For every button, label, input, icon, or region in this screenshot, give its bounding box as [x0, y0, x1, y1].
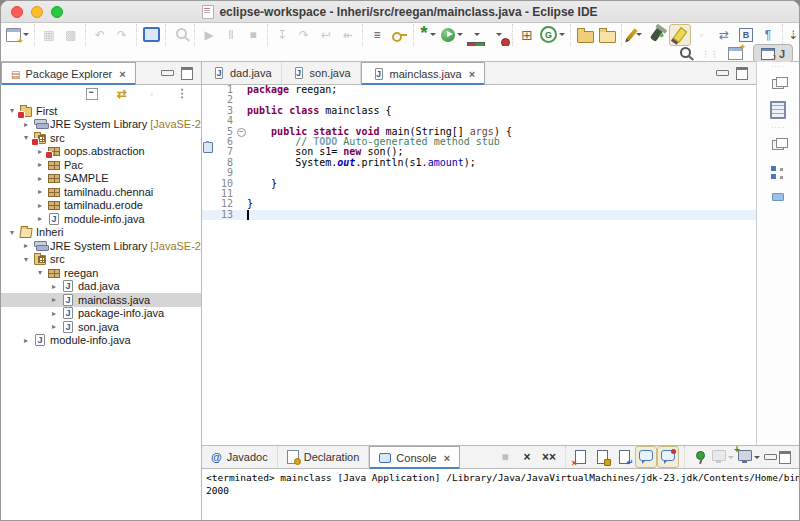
tree-item-tamilnadu-chennai[interactable]: ▸tamilnadu.chennai — [1, 185, 201, 199]
tree-expand-arrow-icon[interactable]: ▸ — [49, 322, 59, 331]
drag-handle[interactable]: ···· — [771, 125, 786, 130]
tab-javadoc[interactable]: @Javadoc — [202, 446, 278, 468]
remove-all-launches-button[interactable]: ×× — [538, 446, 560, 468]
perspective-java-button[interactable]: J — [753, 44, 793, 63]
open-console-button[interactable] — [736, 446, 762, 468]
tree-item-oops-abstraction[interactable]: ▸oops.abstraction — [1, 145, 201, 159]
tree-item-module-info-java[interactable]: ▸Jmodule-info.java — [1, 212, 201, 226]
collapse-fold-icon[interactable]: − — [237, 128, 246, 137]
next-annotation-button[interactable]: ⇣ — [786, 24, 799, 46]
tree-expand-arrow-icon[interactable]: ▸ — [35, 214, 45, 223]
dropdown-arrow-icon[interactable] — [754, 456, 760, 459]
tree-item-son-java[interactable]: ▸Json.java — [1, 320, 201, 334]
dropdown-arrow-icon[interactable] — [474, 33, 480, 36]
tree-item-src[interactable]: ▾src — [1, 131, 201, 145]
tree-expand-arrow-icon[interactable]: ▸ — [21, 241, 31, 250]
scroll-lock-button[interactable] — [591, 446, 613, 468]
task-list-icon[interactable] — [767, 99, 789, 121]
external-tools-button[interactable] — [388, 24, 410, 46]
run-button[interactable] — [439, 24, 465, 46]
show-stderr-button[interactable] — [657, 446, 679, 468]
new-java-class-button[interactable]: G — [538, 24, 567, 46]
tree-expand-arrow-icon[interactable]: ▾ — [35, 268, 45, 277]
minimize-window-button[interactable] — [31, 6, 43, 18]
tree-item-src[interactable]: ▾src — [1, 253, 201, 267]
tree-expand-arrow-icon[interactable]: ▾ — [21, 255, 31, 264]
tree-expand-arrow-icon[interactable]: ▸ — [49, 295, 59, 304]
console-view[interactable]: <terminated> mainclass [Java Application… — [202, 469, 799, 520]
tree-expand-arrow-icon[interactable]: ▾ — [7, 228, 17, 237]
tab-console[interactable]: Console× — [369, 446, 460, 469]
remove-launch-button[interactable]: × — [516, 446, 538, 468]
tree-item-jre-system-library[interactable]: ▸JRE System Library[JavaSE-23] — [1, 239, 201, 253]
fold-column[interactable]: − — [236, 126, 247, 137]
maximize-bottom-panel-button[interactable] — [779, 451, 791, 464]
link-with-editor-view-button[interactable]: ⇄ — [111, 83, 133, 105]
dropdown-arrow-icon[interactable] — [728, 456, 734, 459]
coverage-button[interactable] — [465, 24, 487, 46]
tree-expand-arrow-icon[interactable]: ▸ — [49, 282, 59, 291]
tree-item-module-info-java[interactable]: ▸Jmodule-info.java — [1, 334, 201, 348]
console-view-button[interactable] — [140, 24, 162, 46]
tree-item-reegan[interactable]: ▾reegan — [1, 266, 201, 280]
tab-mainclass-java[interactable]: Jmainclass.java× — [361, 62, 486, 85]
collapse-all-button[interactable] — [81, 83, 103, 105]
outline-icon[interactable] — [767, 160, 789, 182]
tree-item-dad-java[interactable]: ▸Jdad.java — [1, 280, 201, 294]
tree-item-tamilnadu-erode[interactable]: ▸tamilnadu.erode — [1, 199, 201, 213]
search-icon[interactable] — [673, 43, 695, 65]
open-perspective-button[interactable] — [725, 43, 747, 65]
tab-dad-java[interactable]: Jdad.java — [202, 62, 282, 84]
external-annotate-button[interactable] — [625, 24, 647, 46]
tree-expand-arrow-icon[interactable]: ▸ — [21, 120, 31, 129]
pin-console-button[interactable] — [688, 446, 710, 468]
tree-item-first[interactable]: ▾First — [1, 104, 201, 118]
tree-expand-arrow-icon[interactable]: ▸ — [35, 147, 45, 156]
tab-son-java[interactable]: Json.java — [282, 62, 361, 84]
tree-expand-arrow-icon[interactable]: ▸ — [35, 201, 45, 210]
tree-expand-arrow-icon[interactable]: ▾ — [7, 106, 17, 115]
tree-expand-arrow-icon[interactable]: ▸ — [21, 336, 31, 345]
close-icon[interactable]: × — [444, 452, 450, 464]
minimize-editor-button[interactable] — [716, 70, 729, 76]
new-wizard-button[interactable] — [4, 24, 31, 46]
dropdown-arrow-icon[interactable] — [457, 33, 463, 36]
close-window-button[interactable] — [11, 6, 23, 18]
search-button[interactable] — [647, 24, 669, 46]
close-icon[interactable]: × — [119, 68, 125, 80]
tree-item-mainclass-java[interactable]: ▸Jmainclass.java — [1, 293, 201, 307]
maximize-view-button[interactable] — [181, 67, 193, 80]
tree-expand-arrow-icon[interactable]: ▸ — [49, 309, 59, 318]
tab-package-explorer[interactable]: ▤ Package Explorer × — [1, 62, 136, 85]
dropdown-arrow-icon[interactable] — [496, 33, 502, 36]
profile-button[interactable] — [487, 24, 509, 46]
tree-item-pac[interactable]: ▸Pac — [1, 158, 201, 172]
minimize-view-button[interactable] — [161, 70, 174, 76]
restore-tasklist-button[interactable] — [767, 73, 789, 95]
tree-item-sample[interactable]: ▸SAMPLE — [1, 172, 201, 186]
close-icon[interactable]: × — [469, 68, 475, 80]
zoom-window-button[interactable] — [51, 6, 63, 18]
restore-outline-button[interactable] — [767, 134, 789, 156]
show-stdout-button[interactable] — [635, 446, 657, 468]
minimize-bottom-panel-button[interactable] — [764, 454, 777, 460]
code-editor[interactable]: 1package reegan;23public class mainclass… — [202, 85, 756, 445]
tree-item-inheri[interactable]: ▾Inheri — [1, 226, 201, 240]
tree-expand-arrow-icon[interactable]: ▸ — [35, 187, 45, 196]
dropdown-arrow-icon[interactable] — [636, 33, 642, 36]
open-folder-button[interactable] — [574, 24, 596, 46]
clear-console-button[interactable] — [569, 446, 591, 468]
tab-declaration[interactable]: Declaration — [278, 446, 370, 468]
dropdown-arrow-icon[interactable] — [559, 33, 565, 36]
tree-expand-arrow-icon[interactable]: ▾ — [21, 133, 31, 142]
word-wrap-button[interactable] — [613, 446, 635, 468]
new-java-package-button[interactable]: ⊞ — [516, 24, 538, 46]
debug-button[interactable]: * — [417, 24, 439, 46]
minimized-badge[interactable] — [767, 186, 789, 208]
tree-expand-arrow-icon[interactable]: ▸ — [35, 160, 45, 169]
tree-item-package-info-java[interactable]: ▸Jpackage-info.java — [1, 307, 201, 321]
step-filters-button[interactable]: ≡ — [366, 24, 388, 46]
tree-item-jre-system-library[interactable]: ▸JRE System Library[JavaSE-23] — [1, 118, 201, 132]
view-menu-button[interactable]: ⋮ — [171, 83, 193, 105]
maximize-editor-button[interactable] — [736, 67, 748, 80]
